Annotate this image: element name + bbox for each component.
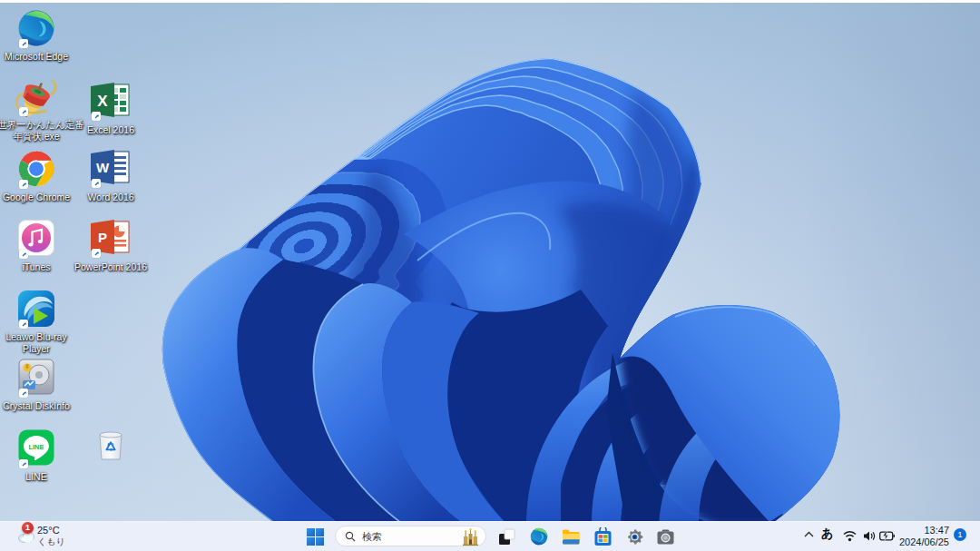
svg-text:LINE: LINE xyxy=(28,443,44,451)
svg-text:X: X xyxy=(97,93,108,110)
svg-text:W: W xyxy=(96,160,110,175)
svg-text:P: P xyxy=(98,230,107,245)
